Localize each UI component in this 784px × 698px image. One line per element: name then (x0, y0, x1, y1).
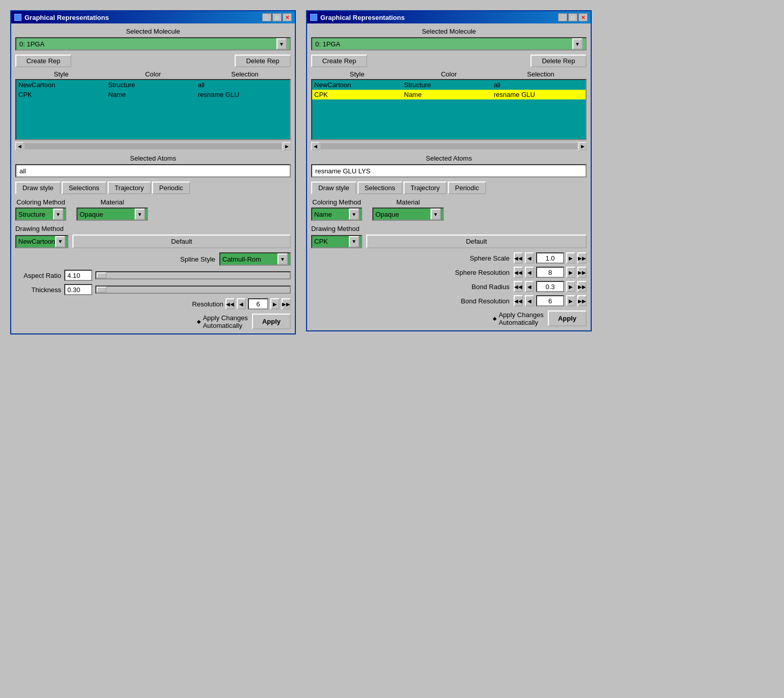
left-scroll-left[interactable]: ◀ (15, 142, 23, 150)
left-close-btn[interactable]: ✕ (283, 13, 292, 21)
right-sr-val[interactable] (536, 267, 564, 278)
table-row[interactable]: NewCartoon Structure all (312, 80, 586, 90)
left-default-btn[interactable]: Default (72, 235, 291, 248)
right-scroll-track (320, 143, 577, 149)
left-molecule-dropdown[interactable]: 0: 1PGA ▼ (15, 37, 291, 50)
table-row[interactable]: CPK Name resname GLU (16, 90, 290, 99)
left-resolution-label: Resolution (192, 300, 223, 308)
left-tab-trajectory[interactable]: Trajectory (108, 182, 151, 194)
left-spline-dropdown[interactable]: Catmull-Rom ▼ (219, 252, 291, 266)
right-br-val[interactable] (536, 281, 564, 292)
table-row[interactable]: CPK Name resname GLU (312, 90, 586, 99)
right-ss-inc[interactable]: ▶ (566, 252, 575, 264)
left-scroll-right[interactable]: ▶ (283, 142, 291, 150)
left-spline-arrow[interactable]: ▼ (277, 253, 288, 265)
right-tab-drawstyle[interactable]: Draw style (311, 182, 357, 194)
right-br-inc[interactable]: ▶ (566, 281, 575, 292)
right-delete-rep-btn[interactable]: Delete Rep (530, 55, 587, 67)
left-coloring-arrow[interactable]: ▼ (53, 209, 63, 220)
right-row1-color: Structure (404, 81, 494, 89)
left-thickness-track[interactable] (95, 286, 291, 294)
left-drawing-arrow[interactable]: ▼ (55, 236, 65, 247)
right-molecule-arrow[interactable]: ▼ (572, 38, 583, 49)
right-atoms-input[interactable] (311, 164, 587, 177)
right-sr-inc[interactable]: ▶ (566, 267, 575, 278)
right-maximize-btn[interactable]: □ (568, 13, 577, 21)
left-res-inc[interactable]: ▶ (270, 298, 280, 309)
right-bres-dec[interactable]: ◀ (525, 295, 534, 306)
right-create-rep-btn[interactable]: Create Rep (311, 55, 367, 67)
right-minimize-btn[interactable]: _ (558, 13, 567, 21)
left-res-dec[interactable]: ◀ (237, 298, 246, 309)
left-thickness-thumb[interactable] (96, 287, 107, 293)
right-ss-dbl-dec[interactable]: ◀◀ (514, 252, 523, 264)
right-coloring-method-dropdown[interactable]: Name ▼ (311, 208, 362, 221)
right-bres-val[interactable] (536, 295, 564, 306)
left-res-dbl-inc[interactable]: ▶▶ (282, 298, 291, 309)
right-bres-dbl-inc[interactable]: ▶▶ (577, 295, 587, 306)
right-close-btn[interactable]: ✕ (578, 13, 588, 21)
right-coloring-value: Name (314, 211, 332, 218)
left-delete-rep-btn[interactable]: Delete Rep (235, 55, 291, 67)
right-bres-dbl-dec[interactable]: ◀◀ (514, 295, 523, 306)
right-coloring-arrow[interactable]: ▼ (349, 209, 359, 220)
left-minimize-btn[interactable]: _ (262, 13, 271, 21)
left-tab-selections[interactable]: Selections (62, 182, 107, 194)
right-scroll-left[interactable]: ◀ (311, 142, 319, 150)
right-drawing-method-dropdown[interactable]: CPK ▼ (311, 235, 362, 248)
right-sr-dbl-dec[interactable]: ◀◀ (514, 267, 523, 278)
left-res-dbl-dec[interactable]: ◀◀ (225, 298, 235, 309)
right-sr-dec[interactable]: ◀ (525, 267, 534, 278)
right-bres-inc[interactable]: ▶ (566, 295, 575, 306)
left-drawing-method-dropdown[interactable]: NewCartoon ▼ (15, 235, 68, 248)
left-apply-btn[interactable]: Apply (252, 314, 291, 329)
right-title-bar: Graphical Representations _ □ ✕ (307, 11, 591, 23)
left-selected-atoms-label: Selected Atoms (15, 154, 291, 162)
left-maximize-btn[interactable]: □ (272, 13, 282, 21)
left-aspect-track[interactable] (95, 271, 291, 279)
right-selected-atoms-label: Selected Atoms (311, 154, 587, 162)
left-spline-value: Catmull-Rom (222, 255, 261, 263)
left-molecule-arrow[interactable]: ▼ (276, 38, 287, 49)
left-aspect-val[interactable] (64, 270, 92, 281)
right-ss-val[interactable] (536, 252, 564, 264)
left-create-rep-btn[interactable]: Create Rep (15, 55, 71, 67)
right-br-dec[interactable]: ◀ (525, 281, 534, 292)
left-material-arrow[interactable]: ▼ (135, 209, 145, 220)
left-tab-drawstyle[interactable]: Draw style (15, 182, 61, 194)
right-default-btn[interactable]: Default (366, 235, 587, 248)
right-br-dbl-inc[interactable]: ▶▶ (577, 281, 587, 292)
left-res-val[interactable] (248, 298, 268, 309)
right-tab-selections[interactable]: Selections (358, 182, 402, 194)
right-sr-dbl-inc[interactable]: ▶▶ (577, 267, 587, 278)
right-rep-table-header: Style Color Selection (311, 70, 587, 78)
left-coloring-method-dropdown[interactable]: Structure ▼ (15, 208, 66, 221)
left-atoms-input[interactable] (15, 164, 291, 177)
right-bond-res-label: Bond Resolution (461, 297, 510, 305)
right-tab-trajectory[interactable]: Trajectory (403, 182, 447, 194)
right-material-dropdown[interactable]: Opaque ▼ (372, 208, 444, 221)
right-drawing-arrow[interactable]: ▼ (349, 236, 359, 247)
right-tab-periodic[interactable]: Periodic (448, 182, 486, 194)
right-br-dbl-dec[interactable]: ◀◀ (514, 281, 523, 292)
right-hscroll[interactable]: ◀ ▶ (311, 142, 587, 150)
left-aspect-thumb[interactable] (96, 272, 107, 278)
right-material-arrow[interactable]: ▼ (431, 209, 441, 220)
right-graphical-representations-window: Graphical Representations _ □ ✕ Selected… (306, 10, 592, 331)
left-material-dropdown[interactable]: Opaque ▼ (77, 208, 148, 221)
right-apply-btn[interactable]: Apply (548, 311, 587, 326)
right-row1-style: NewCartoon (314, 81, 404, 89)
right-ss-dec[interactable]: ◀ (525, 252, 534, 264)
left-rep-table[interactable]: NewCartoon Structure all CPK Name resnam… (15, 79, 291, 140)
right-selected-molecule-label: Selected Molecule (311, 28, 587, 35)
right-scroll-right[interactable]: ▶ (578, 142, 587, 150)
right-row2-style: CPK (314, 91, 404, 98)
right-molecule-dropdown[interactable]: 0: 1PGA ▼ (311, 37, 587, 50)
right-rep-table[interactable]: NewCartoon Structure all CPK Name resnam… (311, 79, 587, 140)
left-thickness-val[interactable] (64, 284, 92, 295)
right-ss-dbl-inc[interactable]: ▶▶ (577, 252, 587, 264)
left-hscroll[interactable]: ◀ ▶ (15, 142, 291, 150)
table-row[interactable]: NewCartoon Structure all (16, 80, 290, 90)
right-col-style: Style (311, 70, 403, 78)
left-tab-periodic[interactable]: Periodic (152, 182, 190, 194)
